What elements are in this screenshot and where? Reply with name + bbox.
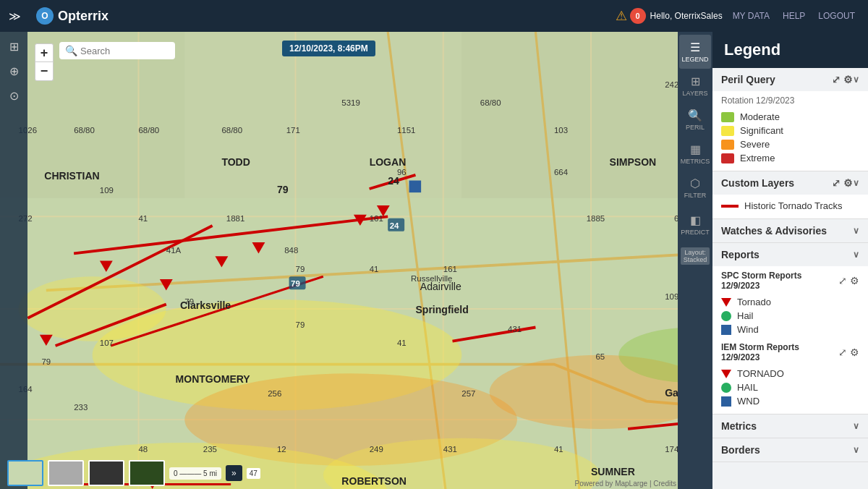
iem-tornado-symbol bbox=[721, 370, 731, 378]
peril-expand-icon[interactable]: ⤢ bbox=[832, 74, 841, 85]
peril-query-body: Rotation 12/9/2023 Moderate Significant … bbox=[712, 91, 868, 171]
peril-chevron-icon: ∨ bbox=[853, 75, 859, 85]
svg-text:1885: 1885 bbox=[587, 214, 605, 223]
metrics-header[interactable]: Metrics ∨ bbox=[712, 414, 868, 438]
iem-expand-icon[interactable]: ⤢ bbox=[838, 346, 847, 358]
inspect-button[interactable]: ⊙ bbox=[2, 84, 25, 107]
svg-text:41: 41 bbox=[554, 445, 563, 454]
spc-reports-label: SPC Storm Reports 12/9/2023 bbox=[721, 271, 838, 291]
svg-text:1151: 1151 bbox=[397, 126, 416, 135]
logout-link[interactable]: LOGOUT bbox=[812, 8, 861, 24]
spc-tornado-item: Tornado bbox=[721, 295, 859, 309]
custom-chevron-icon: ∨ bbox=[853, 178, 859, 188]
iem-reports-icons: ⤢ ⚙ bbox=[838, 346, 859, 358]
extreme-label: Extreme bbox=[740, 153, 775, 163]
map-thumb-satellite[interactable] bbox=[129, 460, 165, 486]
zoom-in-button[interactable]: + bbox=[35, 43, 54, 62]
spc-tornado-symbol bbox=[721, 298, 731, 307]
svg-text:249: 249 bbox=[370, 445, 383, 454]
svg-text:79: 79 bbox=[291, 279, 300, 288]
map-thumb-light[interactable] bbox=[7, 460, 43, 486]
tab-predict[interactable]: ◧ PREDICT bbox=[679, 208, 711, 242]
filter-tab-label: FILTER bbox=[684, 192, 706, 199]
map-thumb-dark[interactable] bbox=[88, 460, 124, 486]
zoom-out-button[interactable]: − bbox=[35, 62, 54, 81]
borders-header[interactable]: Borders ∨ bbox=[712, 438, 868, 462]
svg-text:48: 48 bbox=[138, 445, 148, 454]
tab-layers[interactable]: ⊞ LAYERS bbox=[679, 69, 711, 103]
map-controls: + − bbox=[35, 43, 54, 81]
svg-text:Springfield: Springfield bbox=[415, 304, 468, 315]
svg-text:103: 103 bbox=[554, 126, 568, 135]
tab-peril[interactable]: 🔍 PERIL bbox=[679, 103, 711, 137]
tornado-tracks-label: Historic Tornado Tracks bbox=[744, 200, 843, 211]
svg-text:41A: 41A bbox=[166, 246, 182, 255]
legend-panel: Legend Peril Query ⤢ ⚙ ∨ Rotation 12/9/2… bbox=[712, 32, 868, 489]
svg-text:242: 242 bbox=[665, 80, 678, 89]
iem-reports-label: IEM Storm Reports 12/9/2023 bbox=[721, 342, 838, 362]
reports-header[interactable]: Reports ∨ bbox=[712, 243, 868, 266]
scale-text: 0 ——— 5 mi bbox=[174, 469, 217, 477]
legend-tab-icon: ☰ bbox=[690, 41, 700, 54]
svg-text:235: 235 bbox=[203, 445, 217, 454]
significant-color-box bbox=[721, 126, 734, 136]
my-data-link[interactable]: MY DATA bbox=[727, 8, 775, 24]
iem-hail-item: HAIL bbox=[721, 380, 859, 394]
iem-wind-label: WND bbox=[737, 396, 760, 407]
peril-settings-icon[interactable]: ⚙ bbox=[843, 74, 853, 85]
tab-metrics[interactable]: ▦ METRICS bbox=[679, 137, 711, 171]
custom-expand-icon[interactable]: ⤢ bbox=[832, 177, 841, 189]
svg-text:65: 65 bbox=[595, 352, 605, 361]
watches-advisories-header[interactable]: Watches & Advisories ∨ bbox=[712, 219, 868, 242]
map-thumb-gray[interactable] bbox=[48, 460, 84, 486]
legend-tab-label: LEGEND bbox=[682, 56, 709, 63]
svg-text:TODD: TODD bbox=[221, 156, 250, 168]
svg-text:SIMPSON: SIMPSON bbox=[610, 156, 657, 168]
expand-sidebar-button[interactable]: ≫ bbox=[0, 0, 29, 32]
search-icon: 🔍 bbox=[65, 45, 77, 56]
svg-text:5319: 5319 bbox=[341, 98, 360, 107]
credits-text: Powered by MapLarge | Credits bbox=[575, 480, 676, 488]
peril-query-header[interactable]: Peril Query ⤢ ⚙ ∨ bbox=[712, 68, 868, 91]
svg-text:174: 174 bbox=[665, 445, 679, 454]
measure-button[interactable]: ⊕ bbox=[2, 59, 25, 82]
tab-legend[interactable]: ☰ LEGEND bbox=[679, 35, 711, 69]
custom-layers-header[interactable]: Custom Layers ⤢ ⚙ ∨ bbox=[712, 171, 868, 195]
peril-query-section: Peril Query ⤢ ⚙ ∨ Rotation 12/9/2023 Mod… bbox=[712, 68, 868, 171]
svg-text:68/80: 68/80 bbox=[138, 126, 159, 135]
layers-button[interactable]: ⊞ bbox=[2, 35, 25, 58]
spc-expand-icon[interactable]: ⤢ bbox=[838, 275, 847, 286]
tab-filter[interactable]: ⬡ FILTER bbox=[679, 171, 711, 205]
nav-arrow-button[interactable]: » bbox=[226, 465, 242, 481]
custom-layers-icons: ⤢ ⚙ bbox=[832, 177, 853, 189]
svg-text:79: 79 bbox=[277, 184, 289, 195]
svg-text:41: 41 bbox=[370, 265, 379, 273]
peril-severe-item: Severe bbox=[721, 137, 859, 151]
peril-query-icons: ⤢ ⚙ bbox=[832, 74, 853, 85]
iem-settings-icon[interactable]: ⚙ bbox=[850, 346, 859, 358]
spc-settings-icon[interactable]: ⚙ bbox=[850, 275, 859, 286]
svg-text:79: 79 bbox=[41, 357, 51, 366]
iem-wind-symbol bbox=[721, 396, 731, 407]
alert-badge[interactable]: 0 bbox=[630, 8, 646, 24]
spc-hail-label: Hail bbox=[737, 310, 753, 321]
legend-title: Legend bbox=[712, 32, 868, 68]
custom-layers-title: Custom Layers bbox=[721, 177, 832, 189]
iem-hail-label: HAIL bbox=[737, 382, 758, 393]
spc-reports-header: SPC Storm Reports 12/9/2023 ⤢ ⚙ bbox=[721, 271, 859, 291]
spc-hail-item: Hail bbox=[721, 309, 859, 323]
custom-layers-body: Historic Tornado Tracks bbox=[712, 195, 868, 218]
spc-wind-label: Wind bbox=[737, 324, 759, 335]
iem-hail-symbol bbox=[721, 383, 731, 393]
svg-text:68/80: 68/80 bbox=[74, 126, 95, 135]
search-input[interactable] bbox=[80, 46, 167, 56]
help-link[interactable]: HELP bbox=[777, 8, 811, 24]
svg-text:41: 41 bbox=[138, 214, 148, 223]
layout-badge[interactable]: Layout:Stacked bbox=[681, 247, 710, 265]
significant-label: Significant bbox=[740, 125, 783, 136]
iem-reports-header: IEM Storm Reports 12/9/2023 ⤢ ⚙ bbox=[721, 342, 859, 362]
svg-text:109: 109 bbox=[665, 292, 678, 301]
custom-settings-icon[interactable]: ⚙ bbox=[843, 177, 853, 189]
iem-tornado-item: TORNADO bbox=[721, 367, 859, 380]
svg-text:109: 109 bbox=[100, 186, 114, 195]
